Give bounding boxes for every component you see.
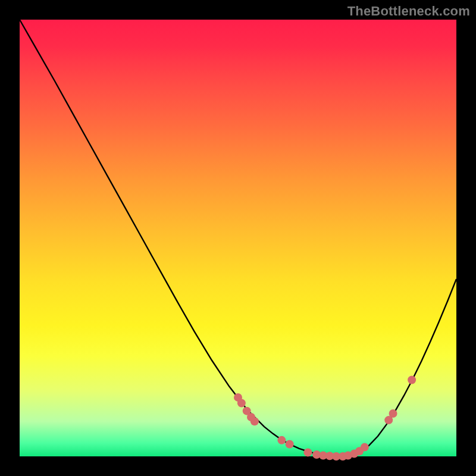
highlighted-points xyxy=(234,376,416,461)
data-point xyxy=(277,436,286,444)
chart-plot-area xyxy=(20,20,456,456)
data-point xyxy=(237,399,246,407)
data-point xyxy=(303,448,312,456)
bottleneck-curve xyxy=(20,20,456,456)
data-point xyxy=(361,443,369,452)
data-point xyxy=(286,440,294,448)
bottleneck-curve-chart xyxy=(20,20,456,456)
data-point xyxy=(250,417,259,425)
data-point xyxy=(389,409,397,418)
watermark-text: TheBottleneck.com xyxy=(347,4,470,19)
data-point xyxy=(408,376,416,384)
